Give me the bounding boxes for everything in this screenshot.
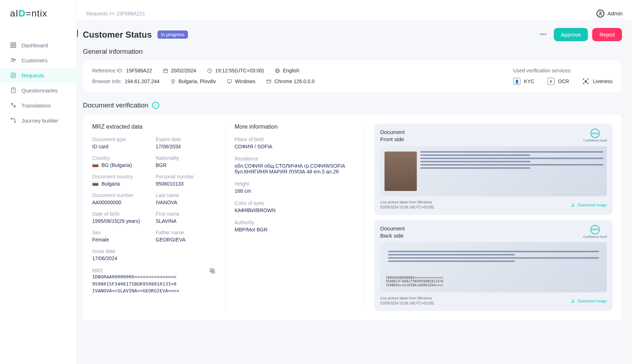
calendar-icon xyxy=(163,68,168,73)
mrz-heading: MRZ extracted data xyxy=(92,124,216,130)
confidence-badge: 100% xyxy=(590,225,600,234)
status-badge: In progress xyxy=(157,30,188,39)
service-kyc: KYC xyxy=(524,78,534,84)
sidebar-item-label: Requests xyxy=(22,72,44,78)
pin-icon xyxy=(170,79,176,84)
residence-value: обл.СОФИЯ общ.СТОЛИЧНА гр.СОФИЯ/SOFIA бу… xyxy=(235,163,355,174)
reference-id-value: 15F588A22 xyxy=(126,68,152,73)
doc-front-title: Document Front side xyxy=(380,129,405,143)
monitor-icon xyxy=(227,79,232,84)
time-value: 19:12:55(UTC+03:00) xyxy=(215,68,264,73)
svg-rect-10 xyxy=(11,88,15,93)
svg-point-5 xyxy=(14,59,15,61)
kyc-icon: 👤 xyxy=(513,78,520,85)
doc-number-value: AA00000000 xyxy=(92,200,152,205)
topbar: Requests >> 15F588A221 Admin xyxy=(77,0,632,21)
more-info-heading: More information xyxy=(235,124,355,130)
sidebar-item-requests[interactable]: Requests xyxy=(0,68,77,83)
doc-front-timestamp: Live picture taken from Windows02/09/202… xyxy=(380,200,434,210)
services-label: Used verification services: xyxy=(513,68,613,73)
sidebar-item-label: Customers xyxy=(22,57,48,63)
requests-icon xyxy=(10,72,16,78)
sidebar: aID=ntix Dashboard Customers Requests Qu… xyxy=(0,0,77,364)
svg-point-14 xyxy=(600,12,602,14)
page-header: Customer Status In progress ••• Approve … xyxy=(83,28,622,41)
translations-icon xyxy=(10,102,16,109)
check-circle-icon: ✓ xyxy=(152,102,159,109)
sidebar-item-dashboard[interactable]: Dashboard xyxy=(0,38,77,53)
height-value: 168 cm xyxy=(235,188,355,194)
page-title: Customer Status xyxy=(83,30,152,40)
sidebar-item-label: Questionnaries xyxy=(22,87,58,94)
sex-value: Female xyxy=(92,237,152,243)
doc-back-card: Document Back side 100% Confidence level… xyxy=(374,220,613,311)
content: Customer Status In progress ••• Approve … xyxy=(77,21,632,344)
language-value: English xyxy=(283,68,300,73)
mrz-value: IDBGRAA00000000<<<<<<<<<<<<<<< 9508015F3… xyxy=(92,273,216,294)
confidence-badge: 100% xyxy=(590,129,600,138)
browser-icon xyxy=(266,79,272,84)
logo: aID=ntix xyxy=(0,0,77,27)
expire-value: 17/06/2034 xyxy=(156,144,216,149)
ip-value: 194.61.207.244 xyxy=(124,78,159,84)
globe-icon xyxy=(275,68,280,73)
svg-rect-27 xyxy=(267,80,271,83)
doc-verification-card: MRZ extracted data Document typeID card … xyxy=(83,114,622,320)
copy-icon[interactable] xyxy=(209,268,216,274)
approve-button[interactable]: Approve xyxy=(554,28,588,41)
personal-number-value: 9508010133 xyxy=(156,181,216,187)
more-icon[interactable]: ••• xyxy=(537,28,550,41)
journey-icon xyxy=(10,117,16,124)
svg-rect-24 xyxy=(227,80,231,82)
doc-back-image[interactable]: IDBGRAA00000000<<<<<<<<<<<<<<<9508015F34… xyxy=(380,242,607,292)
admin-label: Admin xyxy=(607,10,623,16)
os-value: Windows xyxy=(235,78,255,84)
pob-value: СОФИЯ / SOFIA xyxy=(235,144,355,149)
nationality-value: BGR xyxy=(156,162,216,168)
service-ocr: OCR xyxy=(558,78,569,84)
section-docverif-title: Document verification xyxy=(83,101,148,109)
bulgaria-flag-icon xyxy=(92,182,99,186)
general-info-card: Reference ID: 15F588A22 20/02/2024 19:12… xyxy=(83,61,622,92)
nav: Dashboard Customers Requests Questionnar… xyxy=(0,38,77,128)
svg-rect-1 xyxy=(14,43,16,44)
download-icon xyxy=(570,298,575,303)
section-general-title: General information xyxy=(83,48,622,56)
date-value: 20/02/2024 xyxy=(171,68,196,73)
svg-point-29 xyxy=(585,81,586,82)
reject-button[interactable]: Reject xyxy=(592,28,622,41)
doc-back-timestamp: Live picture taken from Windows02/09/202… xyxy=(380,296,434,306)
country-value: BG (Bulgaria) xyxy=(92,162,152,168)
svg-point-4 xyxy=(12,58,14,60)
download-icon xyxy=(570,202,575,207)
admin-menu[interactable]: Admin xyxy=(596,10,623,18)
sidebar-item-translations[interactable]: Translations xyxy=(0,98,77,113)
authority-value: МВР/MoI BGR xyxy=(235,227,355,233)
sidebar-item-questionnaires[interactable]: Questionnaries xyxy=(0,83,77,98)
sidebar-item-label: Translations xyxy=(22,102,51,109)
location-value: Bulgaria, Plovdiv xyxy=(179,78,216,84)
doc-back-title: Document Back side xyxy=(380,225,405,240)
service-liveness: Liveness xyxy=(593,78,613,84)
customers-icon xyxy=(10,57,16,63)
ocr-icon: A xyxy=(547,78,555,85)
clock-icon xyxy=(207,68,212,73)
svg-point-13 xyxy=(14,121,15,123)
last-name-value: IVANOVA xyxy=(156,200,216,205)
doc-front-card: Document Front side 100% Confidence leve… xyxy=(374,124,613,215)
liveness-icon xyxy=(582,78,589,85)
doc-type-value: ID card xyxy=(92,144,152,149)
download-back-link[interactable]: Download image xyxy=(570,298,607,303)
browser-info-label: Browser Info: xyxy=(92,78,122,84)
sidebar-item-customers[interactable]: Customers xyxy=(0,53,77,68)
user-icon xyxy=(596,10,604,18)
sidebar-item-label: Journey builder xyxy=(22,118,58,124)
doc-front-image[interactable] xyxy=(380,146,607,196)
sidebar-item-journey[interactable]: Journey builder xyxy=(0,113,77,128)
questionnaires-icon xyxy=(10,87,16,94)
svg-rect-15 xyxy=(164,69,168,73)
download-front-link[interactable]: Download image xyxy=(570,202,607,207)
back-button[interactable] xyxy=(77,29,78,38)
doc-country-value: Bulgaria xyxy=(92,181,152,187)
dashboard-icon xyxy=(10,42,16,48)
